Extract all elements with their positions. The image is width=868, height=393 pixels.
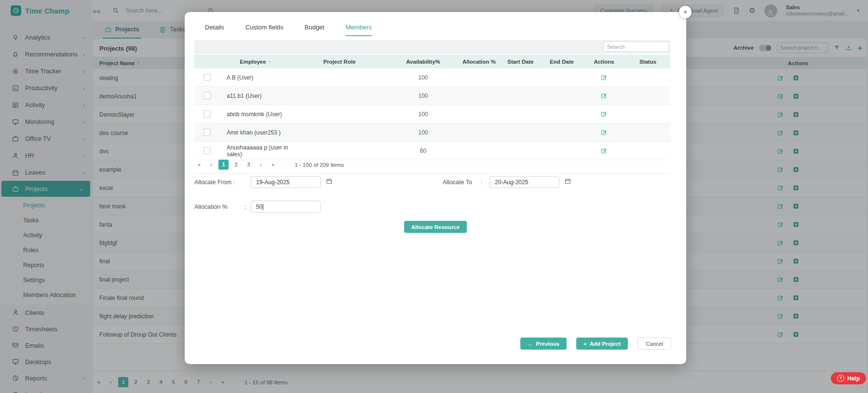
allocate-dates-row: Allocate From : 19-Aug-2025 Allocate To … [194, 176, 670, 189]
modal-tabs: DetailsCustom fieldsBudgetMembers [205, 24, 372, 36]
plus-icon: + [583, 341, 587, 347]
allocate-resource-button[interactable]: Allocate Resource [404, 221, 467, 233]
allocation-percent-label: Allocation % [194, 203, 228, 210]
help-button[interactable]: ? Help [831, 372, 866, 384]
employee-name: Anushaaaaaa p (user in sales) [219, 144, 291, 158]
back-arrow-icon: ← [528, 341, 533, 347]
pagination-next-icon[interactable]: › [256, 162, 266, 167]
modal-tab-details[interactable]: Details [205, 24, 224, 36]
allocate-to-field[interactable]: 20-Aug-2025 [489, 176, 559, 188]
column-header-actions[interactable]: Actions [583, 59, 625, 65]
divider [194, 173, 670, 174]
page-button[interactable]: 3 [244, 160, 254, 170]
column-header-allocation-[interactable]: Allocation % [458, 59, 500, 65]
column-header-availability-[interactable]: Availability% [388, 59, 458, 65]
allocate-resource-row: Allocate Resource [185, 221, 686, 233]
close-icon[interactable]: ✕ [679, 6, 692, 18]
row-checkbox[interactable] [203, 129, 211, 136]
row-checkbox[interactable] [203, 147, 211, 154]
allocation-percent-field[interactable]: 50 [251, 201, 321, 213]
pagination-prev-icon[interactable]: ‹ [206, 162, 216, 167]
employee-name: a11 b1 (User) [219, 93, 291, 99]
question-icon: ? [837, 375, 844, 382]
add-project-button[interactable]: +Add Project [576, 338, 628, 350]
member-table-row[interactable]: Amir khan (user253 ) 100 [194, 123, 670, 142]
pagination-summary: 1 - 100 of 209 Items [295, 162, 344, 168]
column-header-status[interactable]: Status [625, 59, 670, 65]
availability-value: 60 [388, 148, 458, 154]
availability-value: 100 [388, 74, 458, 81]
row-checkbox[interactable] [203, 92, 211, 99]
modal-tab-members[interactable]: Members [346, 24, 372, 36]
row-checkbox[interactable] [203, 74, 211, 81]
allocate-from-label: Allocate From : [194, 179, 235, 186]
member-table-row[interactable]: Anushaaaaaa p (user in sales) 60 [194, 142, 670, 160]
page-button[interactable]: 1 [218, 160, 229, 170]
employee-name: Amir khan (user253 ) [219, 129, 291, 136]
calendar-icon[interactable] [564, 177, 571, 185]
add-project-modal: ✕ DetailsCustom fieldsBudgetMembers Empl… [185, 12, 686, 364]
member-table-row[interactable]: A B (User) 100 [194, 68, 670, 87]
availability-value: 100 [388, 111, 458, 118]
members-table-body: A B (User) 100 a11 b1 (User) 100 abnb ms… [194, 68, 670, 160]
member-search-input[interactable] [603, 41, 669, 52]
previous-button[interactable]: ←Previous [520, 338, 567, 350]
edit-icon[interactable] [600, 74, 608, 81]
employee-name: abnb msmkmk (User) [219, 111, 291, 118]
page-button[interactable]: 2 [231, 160, 241, 170]
cancel-button[interactable]: Cancel [637, 338, 671, 350]
row-checkbox[interactable] [203, 110, 211, 118]
members-pagination: « ‹ 123 › » 1 - 100 of 209 Items [194, 160, 344, 170]
employee-name: A B (User) [219, 74, 291, 81]
pagination-last-icon[interactable]: » [268, 162, 278, 167]
edit-icon[interactable] [600, 92, 608, 99]
edit-icon[interactable] [600, 110, 608, 118]
availability-value: 100 [388, 93, 458, 99]
members-table-header: Employee↑Project RoleAvailability%Alloca… [194, 54, 670, 68]
availability-value: 100 [388, 129, 458, 136]
page-numbers: 123 [218, 160, 254, 170]
pagination-first-icon[interactable]: « [194, 162, 204, 167]
edit-icon[interactable] [600, 129, 608, 136]
column-header-end-date[interactable]: End Date [541, 59, 583, 65]
members-toolbar [194, 40, 670, 54]
member-table-row[interactable]: a11 b1 (User) 100 [194, 87, 670, 105]
calendar-icon[interactable] [326, 177, 333, 185]
allocation-percent-row: Allocation % : 50 [194, 201, 670, 213]
allocate-to-label: Allocate To [443, 179, 472, 186]
column-header-employee[interactable]: Employee↑ [219, 59, 291, 65]
modal-footer: ←Previous +Add Project Cancel [520, 338, 671, 350]
member-table-row[interactable]: abnb msmkmk (User) 100 [194, 105, 670, 123]
text-cursor [263, 204, 263, 210]
sort-ascending-icon[interactable]: ↑ [268, 59, 271, 65]
column-header-start-date[interactable]: Start Date [500, 59, 541, 65]
modal-tab-custom-fields[interactable]: Custom fields [245, 24, 284, 36]
edit-icon[interactable] [600, 147, 608, 154]
modal-tab-budget[interactable]: Budget [305, 24, 325, 36]
allocate-from-field[interactable]: 19-Aug-2025 [251, 176, 321, 188]
column-header-project-role[interactable]: Project Role [291, 59, 388, 65]
